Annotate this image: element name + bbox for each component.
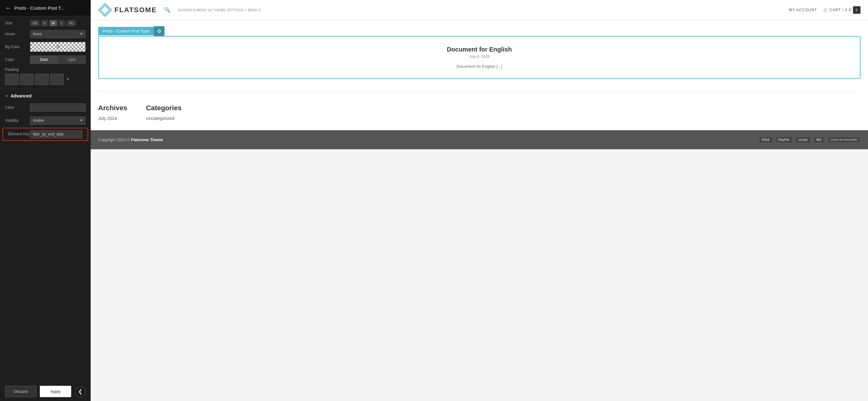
advanced-title: Advanced (11, 93, 32, 98)
bg-color-box[interactable]: ✕ (30, 42, 86, 52)
advanced-arrow-icon: ▼ (5, 94, 8, 98)
size-xl[interactable]: XL (67, 20, 76, 26)
spacer (0, 142, 91, 381)
color-field-row: Color Dark Light (5, 56, 86, 64)
collapse-button[interactable]: ❮ (74, 386, 86, 397)
page-content: Posts - Custom Post Type ⚙ Document for … (91, 20, 868, 91)
color-label: Color (5, 58, 30, 62)
padding-left[interactable] (50, 74, 64, 85)
size-m[interactable]: M (50, 20, 57, 26)
left-panel: ← Posts - Custom Post T... Size XS S M L… (0, 0, 91, 401)
panel-title: Posts - Custom Post T... (14, 5, 65, 11)
color-dark-button[interactable]: Dark (30, 56, 58, 64)
logo-text: FLATSOME (115, 6, 157, 14)
my-account-link[interactable]: MY ACCOUNT (789, 8, 817, 12)
bg-color-clear-icon: ✕ (56, 43, 60, 50)
bg-color-label: Bg Color (5, 45, 30, 49)
hover-select-wrapper: None Opacity Zoom Lift (30, 30, 86, 38)
class-field-row: Class (0, 101, 91, 113)
size-l[interactable]: L (59, 20, 65, 26)
discard-button[interactable]: Discard (5, 386, 37, 397)
main-content: 3 FLATSOME 🔍 ASSIGN A MENU IN THEME OPTI… (91, 0, 868, 401)
color-light-button[interactable]: Light (58, 56, 86, 64)
posts-content-box: Document for English July 4, 2024 Docume… (98, 36, 861, 79)
size-xs[interactable]: XS (30, 20, 40, 26)
hover-select[interactable]: None Opacity Zoom Lift (30, 30, 86, 38)
class-input[interactable] (30, 103, 86, 111)
size-section: Size XS S M L XL Hover None Opacity Zoom… (0, 16, 91, 89)
cart-label: CART / 0 d (830, 8, 852, 12)
posts-tag-label: Posts - Custom Post Type (98, 27, 154, 35)
element-key-label: Element Key (8, 132, 30, 137)
padding-bottom[interactable] (35, 74, 49, 85)
site-nav: 3 FLATSOME 🔍 ASSIGN A MENU IN THEME OPTI… (91, 0, 868, 20)
cart-button[interactable]: 🛒 CART / 0 d 0 (823, 6, 861, 14)
padding-inputs: × (5, 74, 86, 85)
payment-icons: VISA PayPal stripe MC CASH ON DELIVERY (759, 136, 861, 143)
footer-brand: Flatsome Theme (131, 137, 163, 142)
back-button[interactable]: ← (5, 4, 11, 11)
search-icon[interactable]: 🔍 (164, 7, 170, 13)
footer-copyright: Copyright 2024 © Flatsome Theme (98, 137, 163, 142)
post-divider (475, 61, 484, 62)
class-label: Class (5, 105, 30, 110)
nav-right: MY ACCOUNT 🛒 CART / 0 d 0 (789, 6, 861, 14)
site-logo: 3 FLATSOME (98, 3, 157, 17)
visibility-select[interactable]: Visible Hidden Collapse (30, 116, 86, 125)
size-field-row: Size XS S M L XL (5, 20, 86, 26)
categories-title: Categories (146, 104, 182, 112)
bg-color-picker[interactable]: ✕ (30, 42, 86, 52)
post-excerpt: Document for English [...] (105, 64, 854, 69)
padding-label: Padding (5, 67, 86, 72)
size-buttons: XS S M L XL (30, 20, 86, 26)
logo-diamond-icon: 3 (98, 3, 112, 17)
cash-delivery-icon: CASH ON DELIVERY (828, 137, 861, 143)
size-label: Size (5, 21, 30, 25)
advanced-section: ▼ Advanced Class Visibility Visible Hidd… (0, 89, 91, 142)
archives-item: July 2024 (98, 116, 127, 121)
categories-item: Uncategorized (146, 116, 182, 121)
paypal-icon: PayPal (776, 136, 793, 143)
hover-label: Hover (5, 32, 30, 36)
cart-badge: 0 (853, 6, 861, 14)
padding-right[interactable] (20, 74, 34, 85)
padding-clear-icon[interactable]: × (66, 76, 69, 82)
mastercard-icon: MC (814, 136, 825, 143)
hover-field-row: Hover None Opacity Zoom Lift (5, 30, 86, 38)
visa-icon: VISA (759, 136, 772, 143)
apply-button[interactable]: Apply (40, 386, 71, 397)
advanced-header[interactable]: ▼ Advanced (0, 89, 91, 101)
nav-menu-text: ASSIGN A MENU IN THEME OPTIONS > MENUS (178, 8, 781, 12)
padding-top[interactable] (5, 74, 19, 85)
visibility-field-row: Visibility Visible Hidden Collapse (0, 114, 91, 127)
element-key-row: Element Key (2, 128, 88, 141)
posts-settings-icon[interactable]: ⚙ (154, 26, 164, 36)
visibility-label: Visibility (5, 119, 30, 123)
posts-block: Posts - Custom Post Type ⚙ Document for … (98, 26, 861, 79)
stripe-icon: stripe (796, 136, 810, 143)
post-title: Document for English (105, 46, 854, 53)
site-footer: Copyright 2024 © Flatsome Theme VISA Pay… (91, 130, 868, 149)
size-s[interactable]: S (41, 20, 48, 26)
archives-title: Archives (98, 104, 127, 112)
cart-icon: 🛒 (823, 8, 828, 12)
categories-widget: Categories Uncategorized (146, 104, 182, 121)
post-date: July 4, 2024 (105, 54, 854, 59)
posts-block-header: Posts - Custom Post Type ⚙ (98, 26, 164, 36)
color-toggle: Dark Light (30, 56, 86, 64)
archives-widget: Archives July 2024 (98, 104, 127, 121)
padding-section: Padding × (5, 67, 86, 85)
element-key-input[interactable] (30, 130, 83, 138)
bg-color-field-row: Bg Color ✕ (5, 42, 86, 52)
panel-header: ← Posts - Custom Post T... (0, 0, 91, 16)
panel-footer: Discard Apply ❮ (0, 381, 91, 401)
svg-text:3: 3 (106, 5, 108, 8)
widgets-area: Archives July 2024 Categories Uncategori… (91, 92, 868, 130)
